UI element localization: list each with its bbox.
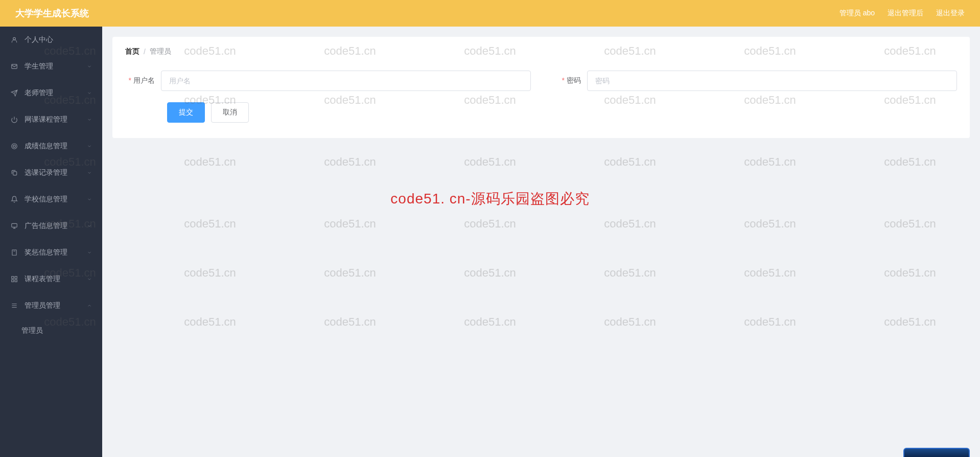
label-text: 密码 bbox=[567, 76, 581, 84]
username-input[interactable] bbox=[161, 71, 531, 91]
required-mark: * bbox=[562, 76, 565, 84]
sidebar-item-grade[interactable]: 成绩信息管理 bbox=[0, 133, 102, 148]
sidebar: 个人中心 学生管理 老师管理 网课课程管理 成绩信息管理 选课记录管理 学校信息… bbox=[0, 27, 102, 148]
chevron-down-icon bbox=[87, 117, 92, 122]
content-card: 首页 / 管理员 *用户名 *密码 提交 取消 bbox=[112, 37, 970, 138]
sidebar-item-online-course[interactable]: 网课课程管理 bbox=[0, 106, 102, 133]
breadcrumb-separator: / bbox=[144, 48, 146, 56]
svg-point-0 bbox=[13, 37, 16, 40]
form-item-username: *用户名 bbox=[125, 71, 531, 91]
app-title: 大学学生成长系统 bbox=[15, 7, 89, 19]
label-text: 用户名 bbox=[133, 76, 155, 84]
password-input[interactable] bbox=[587, 71, 957, 91]
form-row: *用户名 *密码 bbox=[125, 71, 957, 91]
header-right: 管理员 abo 退出管理后 退出登录 bbox=[839, 9, 965, 18]
sidebar-item-label: 成绩信息管理 bbox=[25, 142, 87, 148]
svg-point-3 bbox=[13, 145, 16, 148]
chevron-down-icon bbox=[87, 64, 92, 69]
sidebar-item-student[interactable]: 学生管理 bbox=[0, 53, 102, 80]
username-label: *用户名 bbox=[125, 76, 161, 85]
chevron-down-icon bbox=[87, 144, 92, 148]
plane-icon bbox=[10, 89, 18, 97]
user-icon bbox=[10, 36, 18, 44]
sidebar-item-label: 老师管理 bbox=[25, 88, 87, 98]
breadcrumb: 首页 / 管理员 bbox=[125, 47, 957, 56]
sidebar-item-label: 学生管理 bbox=[25, 62, 87, 71]
admin-name[interactable]: 管理员 abo bbox=[839, 9, 875, 18]
power-icon bbox=[10, 116, 18, 124]
circle-icon bbox=[10, 142, 18, 148]
main-content: 首页 / 管理员 *用户名 *密码 提交 取消 bbox=[102, 27, 980, 148]
chevron-down-icon bbox=[87, 90, 92, 96]
form-item-password: *密码 bbox=[551, 71, 957, 91]
sidebar-item-label: 个人中心 bbox=[25, 35, 92, 44]
form-buttons: 提交 取消 bbox=[125, 102, 957, 123]
sidebar-item-label: 网课课程管理 bbox=[25, 115, 87, 124]
sidebar-item-teacher[interactable]: 老师管理 bbox=[0, 80, 102, 106]
cancel-button[interactable]: 取消 bbox=[211, 102, 249, 123]
sidebar-item-personal[interactable]: 个人中心 bbox=[0, 27, 102, 53]
logout-link[interactable]: 退出登录 bbox=[936, 9, 965, 18]
mail-icon bbox=[10, 62, 18, 71]
breadcrumb-home[interactable]: 首页 bbox=[125, 47, 139, 56]
submit-button[interactable]: 提交 bbox=[167, 102, 205, 123]
header: 大学学生成长系统 管理员 abo 退出管理后 退出登录 bbox=[0, 0, 980, 27]
breadcrumb-current: 管理员 bbox=[150, 47, 171, 56]
password-label: *密码 bbox=[551, 76, 587, 85]
required-mark: * bbox=[129, 76, 131, 84]
back-link[interactable]: 退出管理后 bbox=[888, 9, 923, 18]
